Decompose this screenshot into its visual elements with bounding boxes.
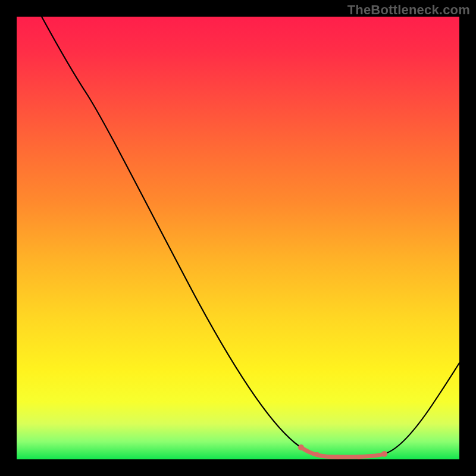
bottleneck-curve bbox=[17, 17, 459, 459]
plot-area bbox=[17, 17, 459, 459]
optimum-band bbox=[301, 447, 384, 457]
curve-path bbox=[42, 17, 459, 457]
optimum-dot bbox=[336, 455, 340, 459]
optimum-dot bbox=[356, 455, 361, 459]
optimum-end-marker bbox=[381, 451, 387, 457]
optimum-start-marker bbox=[298, 444, 304, 450]
optimum-dot bbox=[315, 452, 320, 457]
watermark-text: TheBottleneck.com bbox=[347, 2, 470, 18]
chart-frame: TheBottleneck.com bbox=[0, 0, 476, 476]
